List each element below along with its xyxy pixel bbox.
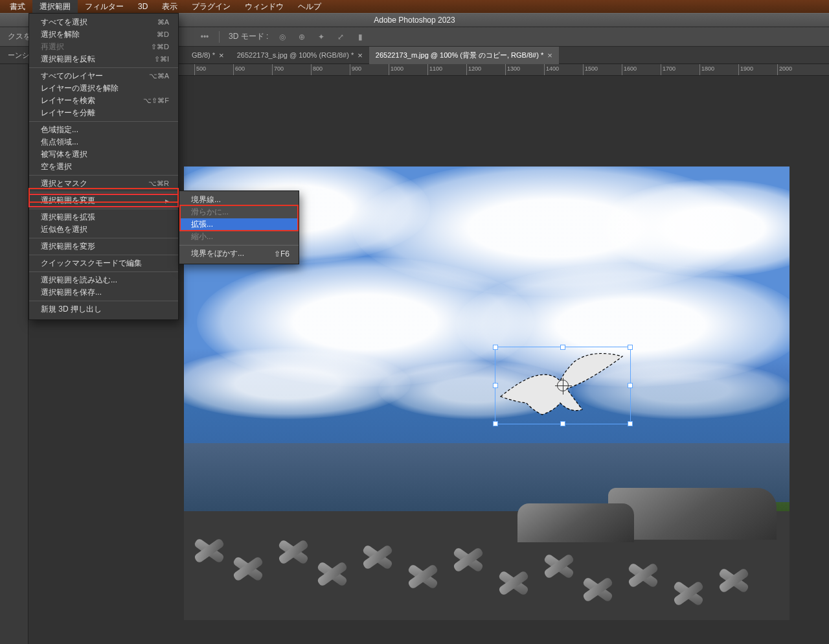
menu-item-focus-area[interactable]: 焦点領域... (29, 136, 178, 148)
menu-separator (29, 121, 178, 122)
menu-window[interactable]: ウィンドウ (238, 0, 291, 13)
tetrapod (579, 569, 618, 608)
menu-item-label: 選択範囲を拡張 (41, 212, 95, 223)
rock (517, 503, 634, 542)
menu-item-label: レイヤーを検索 (41, 95, 95, 106)
menu-separator (29, 209, 178, 209)
menu-item-similar[interactable]: 近似色を選択 (29, 224, 178, 236)
submenu-arrow-icon: ▸ (165, 196, 169, 205)
menu-item-load-selection[interactable]: 選択範囲を読み込む... (29, 274, 178, 286)
menu-shortcut: ⇧F6 (274, 249, 290, 259)
menu-item-label: クイックマスクモードで編集 (41, 258, 142, 269)
menu-separator (29, 301, 178, 301)
app-title: Adobe Photoshop 2023 (374, 16, 455, 25)
menu-item-select-subject[interactable]: 被写体を選択 (29, 148, 178, 161)
transform-bounding-box[interactable] (495, 347, 631, 424)
menu-format[interactable]: 書式 (3, 0, 32, 13)
menu-item-label: 焦点領域... (41, 137, 78, 148)
submenu-item-border[interactable]: 境界線... (179, 194, 299, 206)
ruler-tick-label: 1800 (699, 64, 714, 76)
menu-plugin[interactable]: プラグイン (185, 0, 238, 13)
close-icon[interactable]: × (547, 51, 552, 60)
ruler-tick-label: 600 (233, 64, 245, 76)
tetrapod (404, 557, 443, 595)
menu-item-label: 選択範囲を変更 (41, 195, 95, 206)
menu-item-select-all[interactable]: すべてを選択⌘A (29, 16, 178, 29)
document-tab[interactable]: GB/8) * × (185, 47, 231, 64)
menu-item-label: 選択範囲を保存... (41, 287, 102, 298)
menu-item-deselect-layers[interactable]: レイヤーの選択を解除 (29, 82, 178, 95)
menu-item-label: 再選択 (41, 41, 64, 52)
menu-item-deselect[interactable]: 選択を解除⌘D (29, 29, 178, 41)
tetrapod (670, 573, 709, 612)
menu-item-label: すべてを選択 (41, 17, 87, 28)
camera-icon[interactable]: ▮ (355, 32, 365, 42)
menu-item-label: 色域指定... (41, 124, 78, 135)
menu-view[interactable]: 表示 (155, 0, 185, 13)
orbit-3d-icon[interactable]: ◎ (277, 32, 288, 42)
menu-separator (29, 238, 178, 238)
menu-shortcut: ⌘D (157, 30, 169, 39)
menu-item-transform-selection[interactable]: 選択範囲を変形 (29, 240, 178, 253)
menu-item-label: 縮小... (191, 231, 213, 242)
menu-item-label: レイヤーを分離 (41, 108, 95, 119)
menu-item-grow[interactable]: 選択範囲を拡張 (29, 211, 178, 224)
menu-item-label: すべてのレイヤー (41, 71, 103, 82)
slide-3d-icon[interactable]: ✦ (316, 32, 326, 42)
menu-shortcut: ⌥⌘A (149, 72, 169, 80)
menu-item-label: 被写体を選択 (41, 149, 87, 160)
close-icon[interactable]: × (219, 51, 224, 60)
tetrapod (359, 537, 398, 576)
ruler-tick-label: 800 (311, 64, 323, 76)
more-icon[interactable]: ••• (199, 32, 210, 42)
menu-item-label: 選択範囲を反転 (41, 54, 95, 65)
menu-item-label: 選択範囲を読み込む... (41, 275, 117, 286)
menu-item-find-layers[interactable]: レイヤーを検索⌥⇧⌘F (29, 95, 178, 107)
menu-item-isolate-layers[interactable]: レイヤーを分離 (29, 107, 178, 119)
tetrapod (540, 546, 579, 585)
submenu-item-feather[interactable]: 境界をぼかす...⇧F6 (179, 247, 299, 260)
submenu-item-smooth[interactable]: 滑らかに... (179, 206, 299, 218)
menu-item-inverse[interactable]: 選択範囲を反転⇧⌘I (29, 53, 178, 65)
document-tab-active[interactable]: 26522173_m.jpg @ 100% (背景 のコピー, RGB/8#) … (369, 47, 559, 64)
menu-shortcut: ⌘A (157, 18, 169, 27)
ruler-tick-label: 1700 (661, 64, 676, 76)
ruler-tick-label: 900 (350, 64, 361, 76)
menu-item-save-selection[interactable]: 選択範囲を保存... (29, 286, 178, 299)
menu-item-select-sky[interactable]: 空を選択 (29, 161, 178, 173)
ruler-tick-label: 1600 (622, 64, 637, 76)
menu-item-select-and-mask[interactable]: 選択とマスク⌥⌘R (29, 178, 178, 190)
3d-mode-label: 3D モード : (229, 31, 268, 42)
submenu-item-contract[interactable]: 縮小... (179, 231, 299, 243)
scale-3d-icon[interactable]: ⤢ (335, 32, 346, 42)
ruler-tick-label: 700 (272, 64, 284, 76)
ruler-tick-label: 1300 (505, 64, 520, 76)
menu-item-label: 境界をぼかす... (191, 248, 244, 259)
tool-panel[interactable] (0, 64, 28, 644)
menu-item-color-range[interactable]: 色域指定... (29, 124, 178, 136)
menu-item-modify-selection[interactable]: 選択範囲を変更▸ (29, 194, 178, 207)
menu-item-label: 選択とマスク (41, 178, 87, 189)
menu-help[interactable]: ヘルプ (291, 0, 328, 13)
menu-item-label: 近似色を選択 (41, 224, 87, 235)
menu-item-new-3d-extrusion[interactable]: 新規 3D 押し出し (29, 303, 178, 316)
menu-item-label: 拡張... (191, 219, 213, 230)
menu-item-all-layers[interactable]: すべてのレイヤー⌥⌘A (29, 70, 178, 82)
ruler-tick-label: 500 (194, 64, 206, 76)
tetrapod (624, 555, 663, 594)
menu-item-label: 空を選択 (41, 161, 72, 172)
submenu-item-expand[interactable]: 拡張... (179, 218, 299, 231)
tetrapod (449, 540, 488, 579)
menu-select[interactable]: 選択範囲 (32, 0, 78, 13)
menu-item-quick-mask[interactable]: クイックマスクモードで編集 (29, 257, 178, 270)
menu-3d[interactable]: 3D (131, 0, 155, 13)
menu-item-label: 選択を解除 (41, 29, 80, 40)
close-icon[interactable]: × (358, 51, 363, 60)
pan-3d-icon[interactable]: ⊕ (297, 32, 307, 42)
menu-item-reselect: 再選択⇧⌘D (29, 41, 178, 53)
tetrapod (229, 549, 268, 588)
tetrapod (313, 554, 352, 593)
document-tab[interactable]: 26522173_s.jpg @ 100% (RGB/8#) * × (231, 47, 369, 64)
transform-center-icon[interactable] (557, 380, 569, 391)
menu-filter[interactable]: フィルター (78, 0, 131, 13)
